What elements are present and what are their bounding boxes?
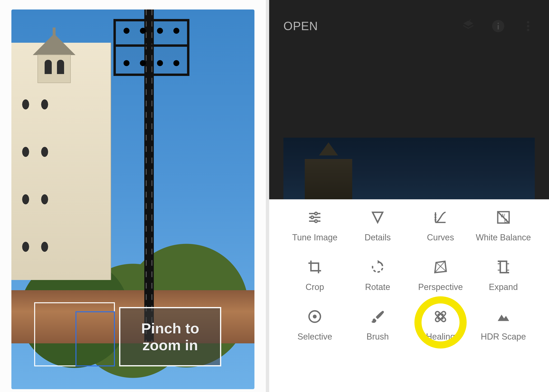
tool-brush[interactable]: Brush bbox=[346, 309, 409, 342]
layers-undo-icon[interactable] bbox=[462, 20, 475, 33]
svg-point-11 bbox=[435, 219, 436, 220]
svg-point-20 bbox=[442, 314, 443, 315]
svg-point-3 bbox=[527, 21, 529, 23]
tool-label: Tune Image bbox=[292, 232, 338, 243]
tool-sheet: Tune Image Details Curves WB White Balan… bbox=[269, 199, 549, 392]
selective-icon bbox=[307, 309, 322, 324]
tool-label: HDR Scape bbox=[481, 331, 526, 342]
curves-icon bbox=[433, 210, 448, 225]
svg-text:B: B bbox=[504, 218, 507, 224]
svg-point-6 bbox=[315, 212, 317, 215]
tool-rotate[interactable]: Rotate bbox=[346, 259, 409, 292]
tool-healing[interactable]: Healing bbox=[409, 309, 472, 342]
navigator-viewport-inner[interactable] bbox=[76, 311, 115, 366]
tool-label: Perspective bbox=[418, 282, 463, 292]
topbar-icon-group bbox=[462, 20, 535, 33]
rotate-icon bbox=[370, 259, 385, 274]
zoom-hint-text: Pinch to zoom in bbox=[120, 320, 220, 354]
tune-icon bbox=[307, 210, 322, 225]
scene-light-tower-rig bbox=[113, 19, 190, 76]
scene-building-spire bbox=[30, 35, 78, 83]
tool-label: Details bbox=[365, 232, 391, 243]
editor-canvas-area: OPEN bbox=[269, 0, 549, 199]
tool-label: Expand bbox=[489, 282, 518, 292]
tool-label: Brush bbox=[366, 331, 389, 342]
tool-tune-image[interactable]: Tune Image bbox=[283, 210, 346, 243]
healing-icon bbox=[433, 309, 448, 324]
tool-expand[interactable]: Expand bbox=[472, 259, 535, 292]
crop-icon bbox=[307, 259, 322, 274]
svg-point-7 bbox=[311, 216, 314, 219]
tool-label: Healing bbox=[426, 331, 455, 342]
photo-canvas[interactable]: Pinch to zoom in bbox=[11, 9, 254, 389]
svg-point-16 bbox=[313, 315, 317, 318]
svg-point-9 bbox=[435, 215, 436, 215]
preview-building bbox=[305, 159, 352, 199]
svg-point-8 bbox=[315, 220, 317, 223]
more-vert-icon[interactable] bbox=[521, 20, 535, 33]
tool-selective[interactable]: Selective bbox=[283, 309, 346, 342]
svg-point-22 bbox=[442, 318, 443, 319]
tool-label: Selective bbox=[297, 331, 332, 342]
tool-grid: Tune Image Details Curves WB White Balan… bbox=[283, 210, 535, 342]
tool-crop[interactable]: Crop bbox=[283, 259, 346, 292]
photo-viewer-panel: Pinch to zoom in bbox=[0, 0, 266, 392]
svg-point-19 bbox=[438, 314, 439, 315]
tool-label: Curves bbox=[427, 232, 454, 243]
details-icon bbox=[370, 210, 385, 225]
brush-icon bbox=[370, 309, 385, 324]
svg-point-10 bbox=[435, 217, 436, 218]
editor-topbar: OPEN bbox=[269, 0, 549, 52]
svg-rect-2 bbox=[498, 23, 499, 24]
tool-hdr-scape[interactable]: HDR Scape bbox=[472, 309, 535, 342]
svg-point-4 bbox=[527, 25, 529, 27]
svg-point-21 bbox=[438, 318, 439, 319]
panel-divider bbox=[266, 0, 269, 392]
info-icon[interactable] bbox=[492, 20, 505, 33]
scene-building bbox=[11, 43, 111, 280]
tool-details[interactable]: Details bbox=[346, 210, 409, 243]
svg-point-5 bbox=[527, 29, 529, 31]
perspective-icon bbox=[433, 259, 448, 274]
white-balance-icon: WB bbox=[496, 210, 511, 225]
svg-rect-1 bbox=[498, 25, 499, 29]
tool-perspective[interactable]: Perspective bbox=[409, 259, 472, 292]
expand-icon bbox=[496, 259, 511, 274]
tool-label: Crop bbox=[305, 282, 324, 292]
tool-label: Rotate bbox=[365, 282, 390, 292]
tool-curves[interactable]: Curves bbox=[409, 210, 472, 243]
tool-label: White Balance bbox=[476, 232, 531, 243]
editor-panel: OPEN Tune Image bbox=[269, 0, 549, 392]
zoom-hint-overlay: Pinch to zoom in bbox=[119, 307, 221, 366]
hdr-scape-icon bbox=[496, 309, 511, 324]
tool-white-balance[interactable]: WB White Balance bbox=[472, 210, 535, 243]
open-button[interactable]: OPEN bbox=[283, 19, 318, 33]
editor-image-preview[interactable] bbox=[283, 138, 535, 199]
